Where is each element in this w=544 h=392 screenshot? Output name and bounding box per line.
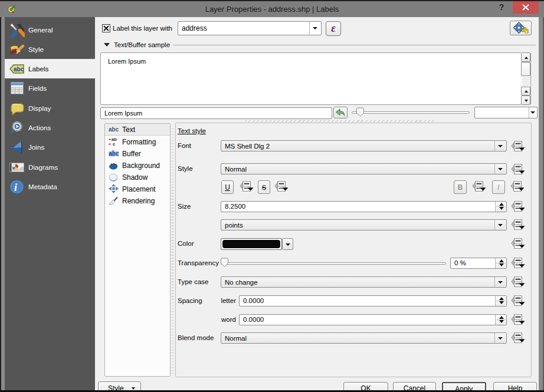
svg-text:c: c: [113, 141, 115, 146]
svg-text:i: i: [14, 181, 17, 193]
svg-text:<: <: [109, 141, 112, 146]
svg-text:abc: abc: [109, 126, 119, 133]
svg-text:abc: abc: [14, 66, 24, 73]
svg-text:abc: abc: [109, 150, 119, 157]
